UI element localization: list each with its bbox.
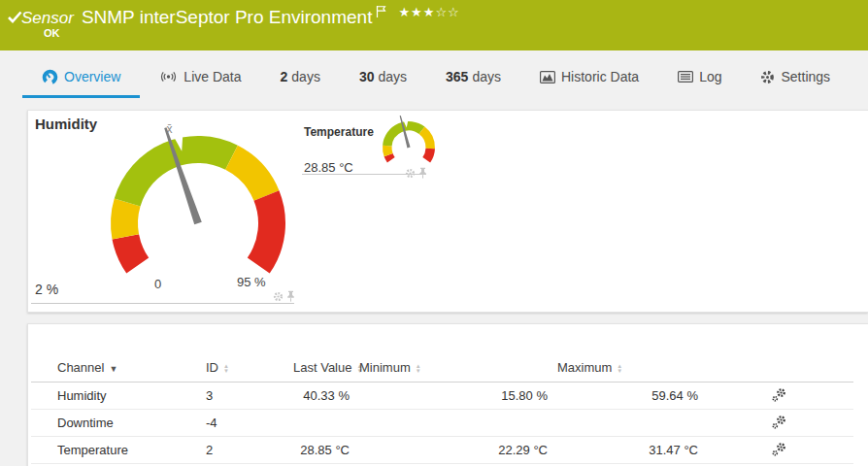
last-value-cell: 28.85 °C	[293, 437, 359, 464]
channel-id-cell: -4	[206, 410, 293, 437]
tab-label: Settings	[781, 69, 830, 84]
last-value-cell	[293, 410, 359, 437]
chart-icon	[540, 71, 555, 83]
tab-2-days[interactable]: 2days	[261, 58, 340, 98]
sensor-type-label: Sensor	[21, 5, 74, 28]
maximum-cell: 59.64 %	[557, 383, 708, 410]
table-header-row: Channel▼ ID▲▼ Last Value▲▼ Minimum▲▼ Max…	[31, 360, 853, 383]
minimum-cell	[359, 410, 557, 437]
channel-name-cell[interactable]: Downtime	[31, 410, 206, 437]
tab-label: days	[472, 69, 501, 84]
channel-settings-icon[interactable]	[708, 410, 853, 437]
column-header-minimum[interactable]: Minimum▲▼	[359, 360, 557, 383]
sort-icon: ▲▼	[617, 364, 622, 374]
tab-label: days	[378, 69, 407, 84]
tab-bar: Overview Live Data 2days 30days 365days …	[0, 58, 868, 98]
channel-name-cell[interactable]: Temperature	[31, 437, 206, 464]
tab-overview[interactable]: Overview	[22, 58, 140, 98]
sort-icon: ▲▼	[416, 364, 421, 374]
temperature-last-value: 28.85 °C	[304, 160, 353, 175]
maximum-cell: 31.47 °C	[557, 437, 708, 464]
status-badge: OK	[44, 27, 60, 39]
channel-table-panel: Channel▼ ID▲▼ Last Value▲▼ Minimum▲▼ Max…	[27, 323, 868, 466]
sensor-title-line: Sensor SNMP interSeptor Pro Environment …	[21, 5, 460, 28]
minimum-cell: 22.29 °C	[359, 437, 557, 464]
stars-filled: ★★★	[398, 5, 435, 19]
column-header-channel[interactable]: Channel▼	[31, 360, 206, 383]
tab-label: days	[291, 69, 320, 84]
tab-label: Log	[699, 69, 721, 84]
channel-settings-icon[interactable]	[708, 437, 853, 464]
table-row: Temperature 2 28.85 °C 22.29 °C 31.47 °C	[31, 437, 853, 464]
column-header-last-value[interactable]: Last Value▲▼	[293, 360, 359, 383]
humidity-tile-divider	[31, 303, 294, 304]
priority-stars[interactable]: ★★★☆☆	[398, 5, 459, 19]
tab-30-days[interactable]: 30days	[340, 58, 426, 98]
table-row: Downtime -4	[31, 410, 853, 437]
flag-icon[interactable]	[376, 5, 386, 22]
humidity-gauge-zero-label: 0	[154, 277, 161, 291]
page-title: SNMP interSeptor Pro Environment	[82, 5, 373, 28]
column-header-id[interactable]: ID▲▼	[206, 360, 293, 383]
tab-log[interactable]: Log	[658, 58, 741, 98]
minimum-cell: 15.80 %	[359, 383, 557, 410]
column-header-actions	[708, 360, 853, 383]
last-value-cell: 40.33 %	[293, 383, 359, 410]
humidity-gauge-title: Humidity	[35, 116, 97, 132]
tab-365-days[interactable]: 365days	[426, 58, 520, 98]
gear-icon	[760, 70, 775, 84]
tab-label: Historic Data	[561, 69, 639, 84]
tab-label: Live Data	[184, 69, 241, 84]
broadcast-icon	[159, 70, 178, 83]
channel-name-cell[interactable]: Humidity	[31, 383, 206, 410]
stars-empty: ☆☆	[435, 5, 459, 19]
channel-id-cell: 2	[206, 437, 293, 464]
channel-id-cell: 3	[206, 383, 293, 410]
gauge-icon	[42, 69, 58, 85]
log-list-icon	[678, 71, 693, 83]
tab-settings[interactable]: Settings	[741, 58, 850, 98]
sensor-header: Sensor SNMP interSeptor Pro Environment …	[0, 0, 868, 50]
temperature-gauge-title: Temperature	[304, 125, 374, 139]
tab-historic-data[interactable]: Historic Data	[520, 58, 658, 98]
channel-settings-icon[interactable]	[708, 383, 853, 410]
overview-gauges-panel: Humidity x̄ 2 % 0 95 % Temperature 28.85…	[27, 110, 868, 313]
table-row: Humidity 3 40.33 % 15.80 % 59.64 %	[31, 383, 853, 410]
channel-table: Channel▼ ID▲▼ Last Value▲▼ Minimum▲▼ Max…	[31, 360, 853, 464]
tab-live-data[interactable]: Live Data	[140, 58, 260, 98]
humidity-gauge-min-label: 2 %	[35, 282, 58, 297]
temperature-tile-divider	[302, 174, 426, 175]
column-header-maximum[interactable]: Maximum▲▼	[557, 360, 708, 383]
maximum-cell	[557, 410, 708, 437]
sort-desc-icon: ▼	[109, 364, 117, 374]
humidity-gauge[interactable]: x̄	[93, 118, 303, 299]
tab-label: Overview	[64, 69, 120, 84]
humidity-gauge-max-label: 95 %	[237, 275, 266, 289]
status-ok-check-icon	[8, 10, 22, 27]
sort-icon: ▲▼	[223, 364, 229, 374]
